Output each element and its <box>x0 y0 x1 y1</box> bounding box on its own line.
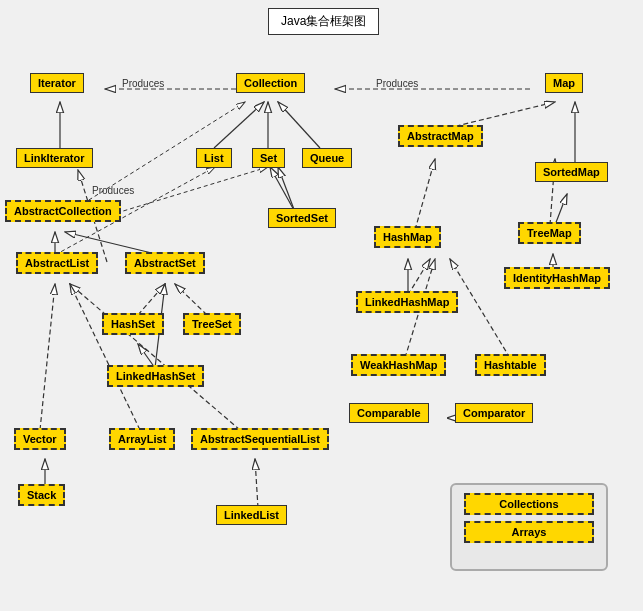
svg-line-32 <box>255 459 258 508</box>
node-abstractmap[interactable]: AbstractMap <box>398 125 483 147</box>
node-arraylist[interactable]: ArrayList <box>109 428 175 450</box>
svg-line-14 <box>278 167 295 212</box>
node-comparator[interactable]: Comparator <box>455 403 533 423</box>
node-linkedhashset[interactable]: LinkedHashSet <box>107 365 204 387</box>
svg-line-15 <box>415 159 435 230</box>
node-set[interactable]: Set <box>252 148 285 168</box>
node-stack[interactable]: Stack <box>18 484 65 506</box>
node-linkedlist[interactable]: LinkedList <box>216 505 287 525</box>
node-comparable[interactable]: Comparable <box>349 403 429 423</box>
node-abstractlist[interactable]: AbstractList <box>16 252 98 274</box>
svg-line-23 <box>138 284 165 315</box>
svg-line-19 <box>450 259 510 358</box>
svg-line-29 <box>40 284 55 430</box>
produces-label-3: Produces <box>92 185 134 196</box>
svg-line-3 <box>214 102 264 148</box>
node-weakhashmap[interactable]: WeakHashMap <box>351 354 446 376</box>
node-linkiterator[interactable]: LinkIterator <box>16 148 93 168</box>
node-list[interactable]: List <box>196 148 232 168</box>
produces-label-2: Produces <box>376 78 418 89</box>
node-collections[interactable]: Collections <box>464 493 594 515</box>
title-box: Java集合框架图 <box>268 8 379 35</box>
diagram-container: Java集合框架图 Produces Produces Produces Ite… <box>0 0 643 611</box>
node-queue[interactable]: Queue <box>302 148 352 168</box>
node-arrays[interactable]: Arrays <box>464 521 594 543</box>
node-treeset[interactable]: TreeSet <box>183 313 241 335</box>
node-abstractsequentiallist[interactable]: AbstractSequentialList <box>191 428 329 450</box>
node-abstractset[interactable]: AbstractSet <box>125 252 205 274</box>
node-collection[interactable]: Collection <box>236 73 305 93</box>
svg-line-21 <box>555 194 567 225</box>
node-hashset[interactable]: HashSet <box>102 313 164 335</box>
node-abstractcollection[interactable]: AbstractCollection <box>5 200 121 222</box>
svg-line-24 <box>175 284 207 315</box>
svg-line-5 <box>278 102 320 148</box>
svg-line-13 <box>270 167 295 212</box>
node-iterator[interactable]: Iterator <box>30 73 84 93</box>
svg-line-28 <box>70 284 140 430</box>
svg-line-30 <box>70 284 240 430</box>
node-treemap[interactable]: TreeMap <box>518 222 581 244</box>
node-identityhashmap[interactable]: IdentityHashMap <box>504 267 610 289</box>
node-sortedmap[interactable]: SortedMap <box>535 162 608 182</box>
title-text: Java集合框架图 <box>281 14 366 28</box>
node-hashtable[interactable]: Hashtable <box>475 354 546 376</box>
node-linkedhashmap[interactable]: LinkedHashMap <box>356 291 458 313</box>
node-vector[interactable]: Vector <box>14 428 66 450</box>
node-sortedset[interactable]: SortedSet <box>268 208 336 228</box>
node-map[interactable]: Map <box>545 73 583 93</box>
node-hashmap[interactable]: HashMap <box>374 226 441 248</box>
produces-label-1: Produces <box>122 78 164 89</box>
legend-box: Collections Arrays <box>450 483 608 571</box>
svg-line-17 <box>408 259 430 295</box>
